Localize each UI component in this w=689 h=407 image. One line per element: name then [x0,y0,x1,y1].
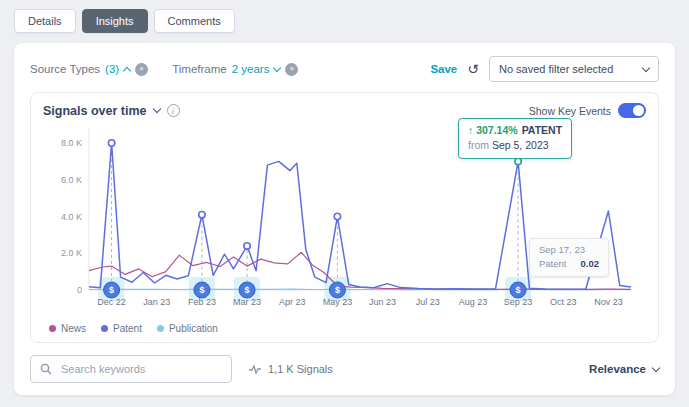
footer-bar: 1,1 K Signals Relevance [30,355,659,383]
show-key-events-label: Show Key Events [529,105,611,117]
x-tick-label: Nov 23 [594,297,623,307]
chevron-down-icon [652,363,660,371]
hover-tooltip-value: 0.02 [580,258,599,269]
info-icon[interactable]: i [167,104,180,117]
key-event-date: Sep 5, 2023 [492,139,549,151]
y-tick-label: 0 [77,285,82,295]
tab-insights[interactable]: Insights [82,9,148,33]
source-types-count: (3) [105,63,119,75]
spike-marker[interactable] [515,158,521,164]
x-tick-label: Jun 23 [369,297,396,307]
signals-count: 1,1 K Signals [268,363,333,375]
x-tick-label: Mar 23 [233,297,261,307]
spike-marker[interactable] [199,211,205,217]
y-tick-label: 2.0 K [61,248,82,258]
patent-dot-icon [101,325,108,332]
insights-card: Source Types (3) × Timeframe 2 years × S… [14,43,675,395]
signals-count-group: 1,1 K Signals [248,363,333,375]
key-event-percent: ↑ 307.14% [468,124,518,136]
tab-details[interactable]: Details [14,9,76,33]
timeframe-value: 2 years [232,63,270,75]
clear-source-types-icon[interactable]: × [135,63,148,76]
chart-title: Signals over time [43,104,147,118]
detail-tabs: Details Insights Comments [0,0,689,33]
chevron-down-icon [642,63,650,71]
undo-icon[interactable]: ↺ [467,62,479,76]
legend-label-news: News [61,323,86,334]
key-event-icon: $ [199,285,204,295]
key-event-series: PATENT [522,124,562,136]
search-box[interactable] [30,355,232,383]
y-tick-label: 8.0 K [61,138,82,148]
search-input[interactable] [59,362,222,376]
timeframe-filter[interactable]: Timeframe 2 years × [172,63,298,76]
x-tick-label: Feb 23 [188,297,216,307]
save-filter-button[interactable]: Save [430,63,457,75]
hover-tooltip-series: Patent [539,258,566,269]
source-types-filter[interactable]: Source Types (3) × [30,63,148,76]
hover-tooltip: Sep 17, 23 Patent0.02 [529,238,609,277]
timeframe-label: Timeframe [172,63,227,75]
filter-bar: Source Types (3) × Timeframe 2 years × S… [30,56,659,82]
hover-tooltip-date: Sep 17, 23 [539,243,599,257]
key-event-tooltip: ↑ 307.14%PATENT from Sep 5, 2023 [458,118,572,159]
key-event-icon: $ [335,285,340,295]
sort-label: Relevance [589,363,646,375]
publication-dot-icon [157,325,164,332]
tab-comments[interactable]: Comments [154,9,235,33]
spike-marker[interactable] [244,243,250,249]
legend-label-patent: Patent [113,323,142,334]
legend-item-patent[interactable]: Patent [101,323,142,334]
x-tick-label: Jan 23 [143,297,170,307]
x-tick-label: Dec 22 [97,297,126,307]
source-types-label: Source Types [30,63,100,75]
chart-title-group[interactable]: Signals over time i [43,104,180,118]
chevron-up-icon [123,66,131,74]
x-tick-label: Oct 23 [550,297,577,307]
news-dot-icon [49,325,56,332]
saved-filter-select[interactable]: No saved filter selected [489,56,659,82]
legend-item-news[interactable]: News [49,323,86,334]
y-tick-label: 4.0 K [61,212,82,222]
chart-legend: News Patent Publication [49,323,646,334]
legend-item-publication[interactable]: Publication [157,323,218,334]
x-tick-label: Apr 23 [279,297,306,307]
key-event-icon: $ [245,285,250,295]
chevron-down-icon [273,63,281,71]
key-event-from-label: from [468,139,489,151]
x-tick-label: Jul 23 [416,297,440,307]
chevron-down-icon [152,105,160,113]
legend-label-publication: Publication [169,323,218,334]
search-icon [40,363,52,375]
spike-marker[interactable] [334,213,340,219]
show-key-events-toggle[interactable] [618,103,646,118]
x-tick-label: Aug 23 [459,297,488,307]
signals-chart[interactable]: $$$$$02.0 K4.0 K6.0 K8.0 KDec 22Jan 23Fe… [43,122,646,321]
clear-timeframe-icon[interactable]: × [285,63,298,76]
key-event-icon: $ [109,285,114,295]
signals-icon [248,363,262,375]
spike-marker[interactable] [108,140,114,146]
saved-filter-value: No saved filter selected [499,63,613,75]
signals-over-time-panel: Signals over time i Show Key Events $$$$… [30,92,659,343]
sort-relevance-button[interactable]: Relevance [589,363,659,375]
x-tick-label: Sep 23 [504,297,533,307]
key-event-icon: $ [516,285,521,295]
x-tick-label: May 23 [323,297,353,307]
y-tick-label: 6.0 K [61,175,82,185]
